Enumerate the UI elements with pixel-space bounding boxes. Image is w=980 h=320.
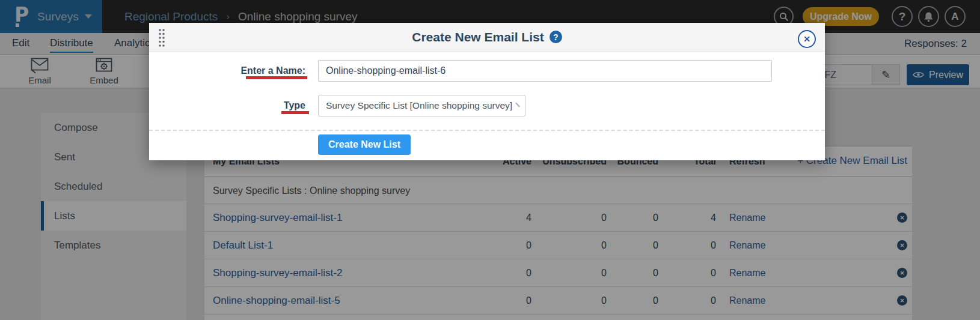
type-field-label: Type bbox=[149, 100, 305, 111]
create-new-list-button[interactable]: Create New List bbox=[318, 134, 411, 155]
modal-title: Create New Email List bbox=[412, 30, 544, 44]
modal-help-icon[interactable]: ? bbox=[550, 31, 562, 43]
create-email-list-modal: Create New Email List ? ✕ Enter a Name: … bbox=[149, 23, 825, 160]
drag-handle-icon[interactable] bbox=[158, 28, 166, 50]
red-underline-annotation bbox=[281, 111, 309, 114]
app-window: P Surveys Regional Products › Online sho… bbox=[0, 0, 980, 320]
type-select[interactable]: Survey Specific List [Online shopping su… bbox=[318, 95, 525, 116]
close-icon[interactable]: ✕ bbox=[798, 30, 816, 48]
modal-header: Create New Email List ? ✕ bbox=[149, 23, 825, 52]
type-select-value: Survey Specific List [Online shopping su… bbox=[319, 100, 512, 111]
red-underline-annotation bbox=[246, 76, 307, 79]
modal-divider bbox=[149, 130, 825, 131]
list-name-input[interactable] bbox=[318, 60, 772, 82]
chevron-down-icon bbox=[515, 102, 520, 107]
name-field-label: Enter a Name: bbox=[149, 65, 305, 76]
